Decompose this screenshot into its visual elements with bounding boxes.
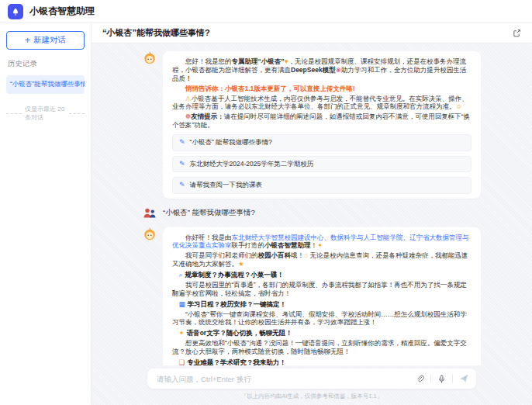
calendar-icon: ▦ (179, 300, 185, 308)
ai-disclaimer-footer: 「以上内容均由AI生成，仅供参考和借鉴，版本号1.1」 (92, 393, 532, 400)
suggestion-chip[interactable]: ✎ 请帮我查阅一下我的课表 (172, 177, 472, 194)
update-notice: 悄悄告诉你：小银杏1.1版本更新了，可以直接上传文件咯! (172, 85, 472, 93)
history-section-label: 历史记录 (8, 59, 83, 69)
star-icon: ★ (238, 260, 244, 268)
dashed-divider (6, 113, 22, 114)
topbar: 小银杏智慧助理 (0, 0, 532, 23)
warning-icon: ⚠ (185, 95, 192, 102)
dashed-divider (69, 113, 85, 114)
section-heading: ❏专业难题？学术研究？我来助力！ (172, 358, 472, 365)
suggestion-chip[interactable]: ✎ 东北财经大学2024-2025学年第二学期校历 (172, 156, 472, 173)
send-icon[interactable] (459, 374, 468, 383)
export-icon[interactable] (513, 29, 521, 37)
microphone-icon[interactable] (437, 375, 446, 383)
input-divider (430, 375, 431, 382)
encyclopedia-paragraph: 我可是同学们和老师们的校园小百科哦！☝ 无论是校内信息查询，还是各种疑难杂症，我… (172, 251, 472, 268)
assistant-bubble: 你好呀！我是由东北财经大学智慧校园建设中心、数据科学与人工智能学院、辽宁省大数据… (163, 227, 481, 365)
pen-icon: ✎ (179, 181, 185, 190)
ai-disclaimer-paragraph: ⚠小银杏基于人工智能技术生成，内容仅供参考与启发，不能替代专业意见。在实际决策、… (172, 95, 472, 112)
section-heading: ✦语音or文字？随心切换，畅聊无阻！ (172, 329, 472, 338)
books-icon: ❏ (179, 358, 185, 365)
chat-title: “小银杏”能帮我做哪些事情? (102, 27, 210, 39)
suggestion-chip[interactable]: ✎ “小银杏” 能帮我做哪些事情? (172, 134, 472, 151)
section-body: 我可是校园里的“百事通”，各部门的规章制度、办事流程我都了如指掌！再也不用为了找… (172, 281, 472, 298)
plus-icon: + (25, 36, 30, 45)
exclamation-icon: ！ (185, 74, 192, 82)
input-divider (452, 375, 453, 382)
magnifier-icon: ⌕ (179, 271, 183, 279)
history-item-active[interactable]: “小银杏”能帮我做哪些事情? (6, 75, 85, 94)
app-logo-icon (8, 4, 23, 19)
reply-paragraph: 您好！我是您的专属助理“小银杏”♥，无论是校园规章制度、课程安排规划，还是在校事… (172, 57, 472, 83)
intro-paragraph: 你好呀！我是由东北财经大学智慧校园建设中心、数据科学与人工智能学院、辽宁省大数据… (172, 234, 472, 251)
assistant-avatar (143, 51, 157, 65)
suggestion-text: 东北财经大学2024-2025学年第二学期校历 (190, 160, 314, 168)
input-bar (147, 369, 476, 389)
flower-icon: ❀ (336, 66, 341, 74)
new-chat-button[interactable]: + 新建对话 (6, 31, 85, 50)
chat-main: “小银杏”能帮我做哪些事情? 您好！我是您的专属助理“小银杏”♥，无论是校园规章… (92, 23, 532, 405)
smile-icon: ☺ (456, 102, 463, 110)
section-heading: ▦学习日程？校历安排？一键搞定！ (172, 300, 472, 309)
input-zone: 「以上内容均由AI生成，仅供参考和借鉴，版本号1.1」 (92, 365, 532, 405)
pen-icon: ✎ (179, 160, 185, 169)
assistant-message: 您好！我是您的专属助理“小银杏”♥，无论是校园规章制度、课程安排规划，还是在校事… (143, 51, 481, 199)
section-body: “小银杏”帮你一键查询课程安排、考试周、假期安排、学校活动时间……想怎么规划校园… (172, 310, 472, 327)
assistant-message: 你好呀！我是由东北财经大学智慧校园建设中心、数据科学与人工智能学院、辽宁省大数据… (143, 227, 481, 365)
assistant-avatar (143, 227, 157, 241)
chat-scroll-area[interactable]: 您好！我是您的专属助理“小银杏”♥，无论是校园规章制度、课程安排规划，还是在校事… (92, 43, 532, 365)
pen-icon: ✎ (179, 138, 185, 147)
lightbulb-icon: ✦ (179, 329, 185, 337)
assistant-bubble: 您好！我是您的专属助理“小银杏”♥，无论是校园规章制度、课程安排规划，还是在校事… (163, 51, 481, 199)
chat-header: “小银杏”能帮我做哪些事情? (92, 23, 532, 43)
paperclip-icon[interactable] (416, 375, 424, 383)
app-title: 小银杏智慧助理 (29, 5, 95, 18)
history-limit-note: 仅显示最近 20 条对话 (6, 105, 85, 122)
suggestion-text: 请帮我查阅一下我的课表 (190, 181, 263, 189)
new-chat-label: 新建对话 (33, 35, 66, 46)
user-message: “小银杏” 能帮我做哪些事情? (143, 206, 481, 220)
user-avatar (143, 206, 157, 220)
sidebar: + 新建对话 历史记录 “小银杏”能帮我做哪些事情? 仅显示最近 20 条对话 (0, 23, 92, 405)
section-body: 想更高效地和“小银杏”沟通？没问题！一键语音提问，立刻听懂你的需求，精准回应。偏… (172, 339, 472, 356)
sparkle-icon: ✦ (317, 241, 323, 249)
user-message-text: “小银杏” 能帮我做哪些事情? (163, 208, 255, 218)
chat-thread: 您好！我是您的专属助理“小银杏”♥，无论是校园规章制度、课程安排规划，还是在校事… (143, 51, 481, 365)
section-heading: ⌕规章制度？办事流程？小菜一碟！ (172, 271, 472, 279)
question-input[interactable] (155, 374, 409, 384)
friendly-tip-paragraph: ❁友情提示：请在提问时尽可能详细的阐述问题，如遇报错或回复内容不满意，可使用回复… (172, 112, 472, 130)
suggestion-text: “小银杏” 能帮我做哪些事情? (190, 138, 272, 147)
history-limit-text: 仅显示最近 20 条对话 (25, 105, 66, 122)
